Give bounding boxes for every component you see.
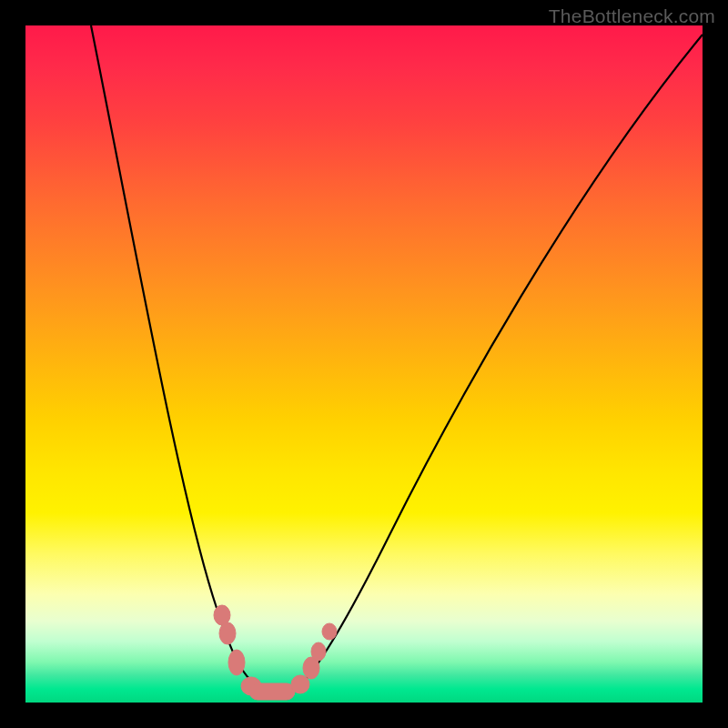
svg-rect-4 — [249, 683, 295, 700]
svg-point-5 — [291, 675, 309, 693]
watermark-text: TheBottleneck.com — [549, 5, 715, 27]
curve-svg — [25, 25, 703, 703]
svg-point-7 — [311, 642, 326, 661]
data-markers — [214, 605, 337, 700]
chart-container: TheBottleneck.com — [0, 0, 728, 728]
svg-point-1 — [219, 622, 236, 644]
plot-area — [25, 25, 703, 703]
svg-point-8 — [322, 623, 337, 640]
bottleneck-curve — [91, 25, 703, 693]
svg-point-2 — [228, 650, 245, 675]
